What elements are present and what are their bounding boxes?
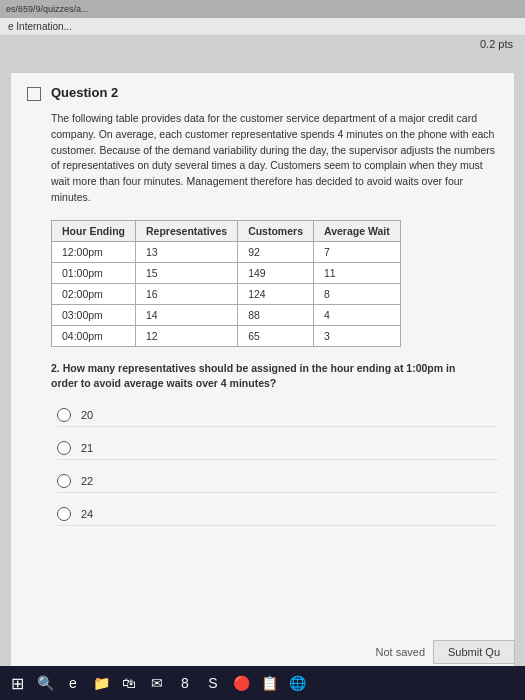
table-cell: 88	[238, 304, 314, 325]
table-cell: 14	[136, 304, 238, 325]
table-cell: 3	[313, 325, 400, 346]
data-table: Hour Ending Representatives Customers Av…	[51, 220, 401, 347]
table-cell: 12	[136, 325, 238, 346]
radio-group: 20212224	[57, 404, 498, 526]
table-cell: 03:00pm	[52, 304, 136, 325]
table-cell: 16	[136, 283, 238, 304]
taskbar: ⊞ 🔍 e 📁 🛍 ✉ 8 S 🔴 📋 🌐	[0, 666, 525, 700]
store-icon[interactable]: 🛍	[118, 672, 140, 694]
table-row: 01:00pm1514911	[52, 262, 401, 283]
col-customers: Customers	[238, 220, 314, 241]
not-saved-label: Not saved	[376, 646, 426, 658]
internation-bar: e Internation...	[0, 18, 525, 36]
app3-icon[interactable]: 🔴	[230, 672, 252, 694]
table-cell: 8	[313, 283, 400, 304]
table-cell: 149	[238, 262, 314, 283]
radio-circle	[57, 507, 71, 521]
top-bar: es/659/9/quizzes/a...	[0, 0, 525, 18]
table-cell: 13	[136, 241, 238, 262]
radio-option[interactable]: 24	[57, 503, 498, 526]
radio-label: 21	[81, 442, 93, 454]
main-content: Question 2 The following table provides …	[10, 72, 515, 672]
table-cell: 01:00pm	[52, 262, 136, 283]
col-hour: Hour Ending	[52, 220, 136, 241]
radio-option[interactable]: 21	[57, 437, 498, 460]
radio-label: 20	[81, 409, 93, 421]
table-cell: 02:00pm	[52, 283, 136, 304]
table-cell: 11	[313, 262, 400, 283]
radio-circle	[57, 441, 71, 455]
table-cell: 65	[238, 325, 314, 346]
table-row: 04:00pm12653	[52, 325, 401, 346]
files-icon[interactable]: 📁	[90, 672, 112, 694]
radio-label: 22	[81, 475, 93, 487]
col-reps: Representatives	[136, 220, 238, 241]
radio-option[interactable]: 20	[57, 404, 498, 427]
pts-label: 0.2 pts	[480, 38, 513, 50]
question-description: The following table provides data for th…	[51, 111, 498, 206]
table-cell: 7	[313, 241, 400, 262]
chrome-icon[interactable]: 🌐	[286, 672, 308, 694]
table-cell: 124	[238, 283, 314, 304]
table-row: 03:00pm14884	[52, 304, 401, 325]
col-wait: Average Wait	[313, 220, 400, 241]
app2-icon[interactable]: S	[202, 672, 224, 694]
top-bar-text: es/659/9/quizzes/a...	[6, 4, 89, 14]
table-cell: 12:00pm	[52, 241, 136, 262]
edge-icon[interactable]: e	[62, 672, 84, 694]
radio-label: 24	[81, 508, 93, 520]
radio-circle	[57, 474, 71, 488]
question-header: Question 2	[27, 85, 498, 101]
windows-icon[interactable]: ⊞	[6, 672, 28, 694]
search-icon[interactable]: 🔍	[34, 672, 56, 694]
mail-icon[interactable]: ✉	[146, 672, 168, 694]
app1-icon[interactable]: 8	[174, 672, 196, 694]
table-cell: 04:00pm	[52, 325, 136, 346]
table-cell: 92	[238, 241, 314, 262]
app4-icon[interactable]: 📋	[258, 672, 280, 694]
internation-text: e Internation...	[8, 21, 72, 32]
submit-button[interactable]: Submit Qu	[433, 640, 515, 664]
radio-circle	[57, 408, 71, 422]
sub-question: 2. How many representatives should be as…	[51, 361, 474, 393]
radio-option[interactable]: 22	[57, 470, 498, 493]
table-cell: 4	[313, 304, 400, 325]
bottom-bar: Not saved Submit Qu	[376, 640, 516, 664]
question-checkbox[interactable]	[27, 87, 41, 101]
table-row: 02:00pm161248	[52, 283, 401, 304]
question-title: Question 2	[51, 85, 118, 100]
table-row: 12:00pm13927	[52, 241, 401, 262]
table-cell: 15	[136, 262, 238, 283]
